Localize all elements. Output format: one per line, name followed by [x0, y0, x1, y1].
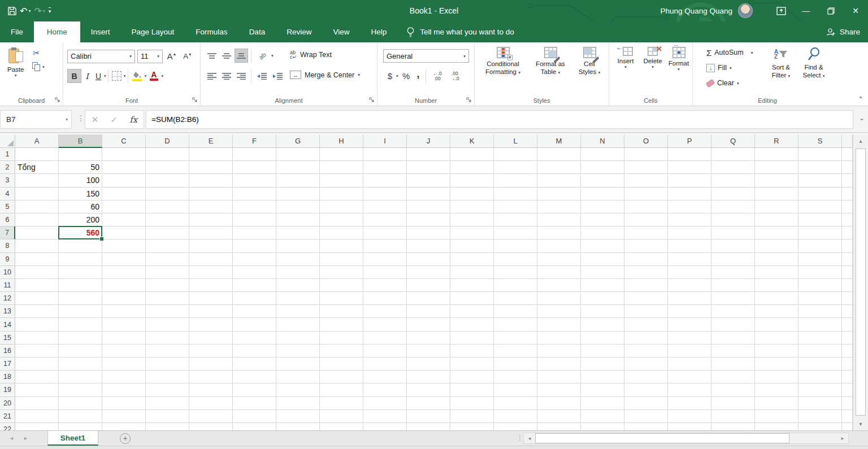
cell-E16[interactable] — [189, 345, 233, 358]
cell-R12[interactable] — [755, 292, 798, 305]
cell-S12[interactable] — [798, 292, 842, 305]
cell-S3[interactable] — [798, 174, 842, 187]
select-all-corner[interactable] — [0, 134, 15, 148]
font-size-combo[interactable]: 11▾ — [137, 50, 163, 63]
cell-D5[interactable] — [146, 200, 189, 213]
new-sheet-button[interactable]: + — [120, 433, 131, 444]
column-header-B[interactable]: B — [59, 134, 102, 148]
cell-partial-18[interactable] — [842, 370, 853, 383]
cell-F8[interactable] — [233, 239, 276, 252]
bold-button[interactable]: B — [67, 69, 81, 83]
cell-I18[interactable] — [363, 370, 407, 383]
copy-button[interactable]: ▾ — [32, 62, 45, 71]
cell-O2[interactable] — [624, 161, 668, 174]
cell-A9[interactable] — [15, 253, 59, 266]
row-header-7[interactable]: 7 — [0, 226, 15, 239]
cell-partial-3[interactable] — [842, 174, 853, 187]
cell-G17[interactable] — [276, 358, 320, 370]
cell-K11[interactable] — [450, 279, 494, 292]
cell-N4[interactable] — [581, 188, 624, 200]
cell-partial-10[interactable] — [842, 266, 853, 279]
cell-C19[interactable] — [102, 383, 146, 396]
cell-P8[interactable] — [668, 239, 711, 252]
cell-I7[interactable] — [363, 226, 407, 239]
cell-G8[interactable] — [276, 239, 320, 252]
cell-D1[interactable] — [146, 148, 189, 161]
cell-L11[interactable] — [494, 279, 537, 292]
cell-H18[interactable] — [320, 370, 363, 383]
cell-A1[interactable] — [15, 148, 59, 161]
underline-caret-icon[interactable]: ▾ — [104, 73, 106, 79]
bottom-align-button[interactable] — [235, 49, 248, 63]
cell-L15[interactable] — [494, 332, 537, 345]
paste-caret-icon[interactable]: ▾ — [15, 73, 17, 78]
column-header-S[interactable]: S — [798, 134, 842, 148]
cell-P12[interactable] — [668, 292, 711, 305]
cell-G19[interactable] — [276, 383, 320, 396]
column-header-P[interactable]: P — [668, 134, 711, 148]
cell-R17[interactable] — [755, 358, 798, 370]
cell-R18[interactable] — [755, 370, 798, 383]
fill-button[interactable]: ↓ Fill ▾ — [706, 62, 753, 73]
cell-B12[interactable] — [59, 292, 102, 305]
cell-I3[interactable] — [363, 174, 407, 187]
column-header-M[interactable]: M — [537, 134, 581, 148]
format-as-table-button[interactable]: Format asTable ▾ — [529, 47, 572, 77]
cell-I17[interactable] — [363, 358, 407, 370]
cell-M8[interactable] — [537, 239, 581, 252]
cell-partial-12[interactable] — [842, 292, 853, 305]
cell-F9[interactable] — [233, 253, 276, 266]
cell-E20[interactable] — [189, 397, 233, 410]
cell-H11[interactable] — [320, 279, 363, 292]
row-header-1[interactable]: 1 — [0, 148, 15, 161]
cell-A12[interactable] — [15, 292, 59, 305]
cell-N19[interactable] — [581, 383, 624, 396]
cell-E5[interactable] — [189, 200, 233, 213]
cell-G14[interactable] — [276, 318, 320, 331]
cell-I6[interactable] — [363, 213, 407, 226]
cell-I20[interactable] — [363, 397, 407, 410]
cell-O15[interactable] — [624, 332, 668, 345]
cell-R13[interactable] — [755, 305, 798, 318]
cell-partial-7[interactable] — [842, 226, 853, 239]
cell-A17[interactable] — [15, 358, 59, 370]
cell-Q15[interactable] — [711, 332, 755, 345]
cell-S16[interactable] — [798, 345, 842, 358]
cell-E2[interactable] — [189, 161, 233, 174]
cell-P6[interactable] — [668, 213, 711, 226]
increase-decimal-button[interactable]: ←←.0.0.00 — [429, 69, 445, 83]
row-header-4[interactable]: 4 — [0, 188, 15, 200]
cell-I2[interactable] — [363, 161, 407, 174]
cell-D21[interactable] — [146, 410, 189, 423]
cell-Q6[interactable] — [711, 213, 755, 226]
cell-partial-16[interactable] — [842, 345, 853, 358]
font-family-combo[interactable]: Calibri▾ — [67, 50, 135, 63]
cell-D12[interactable] — [146, 292, 189, 305]
cell-partial-20[interactable] — [842, 397, 853, 410]
cell-H5[interactable] — [320, 200, 363, 213]
cell-L18[interactable] — [494, 370, 537, 383]
decrease-font-size-button[interactable]: A▼ — [181, 49, 194, 63]
cell-partial-15[interactable] — [842, 332, 853, 345]
cell-L16[interactable] — [494, 345, 537, 358]
cell-D22[interactable] — [146, 423, 189, 430]
ribbon-display-options-button[interactable] — [769, 0, 793, 21]
cell-K1[interactable] — [450, 148, 494, 161]
cell-B4[interactable]: 150 — [59, 188, 102, 200]
user-avatar[interactable] — [738, 3, 753, 18]
cell-O6[interactable] — [624, 213, 668, 226]
horizontal-scrollbar[interactable]: ◄ ► — [523, 433, 849, 444]
cell-I19[interactable] — [363, 383, 407, 396]
cell-L2[interactable] — [494, 161, 537, 174]
cell-K18[interactable] — [450, 370, 494, 383]
cell-B21[interactable] — [59, 410, 102, 423]
cell-F6[interactable] — [233, 213, 276, 226]
cell-J18[interactable] — [407, 370, 450, 383]
cell-E10[interactable] — [189, 266, 233, 279]
cell-P11[interactable] — [668, 279, 711, 292]
name-box[interactable]: B7 ▾ — [0, 110, 72, 129]
cell-A11[interactable] — [15, 279, 59, 292]
cell-N16[interactable] — [581, 345, 624, 358]
column-header-R[interactable]: R — [755, 134, 798, 148]
cell-R4[interactable] — [755, 188, 798, 200]
